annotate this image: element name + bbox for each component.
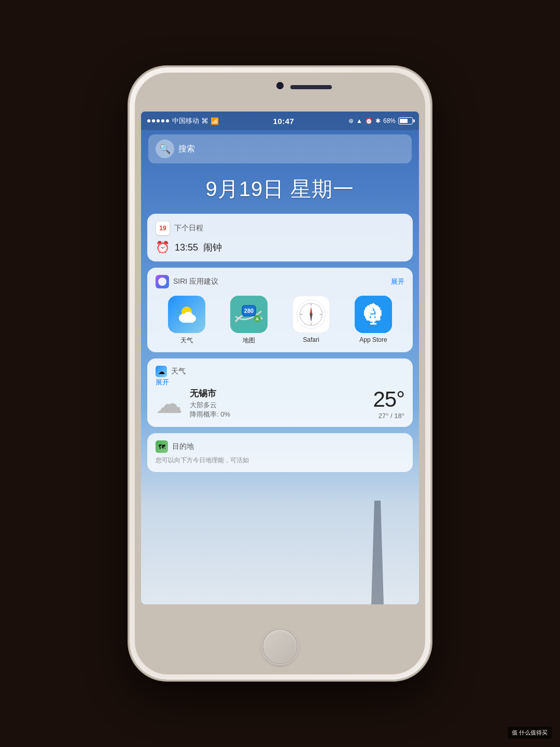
wifi-icon: ⌘ <box>201 117 208 125</box>
weather-rain-chance: 降雨概率: 0% <box>190 410 373 419</box>
weather-temp-range: 27° / 18° <box>373 412 404 420</box>
svg-point-21 <box>310 313 313 316</box>
calendar-date-number: 19 <box>159 225 166 232</box>
siri-app-grid: 天气 <box>156 296 404 345</box>
weather-cloud-icon: ☁ <box>156 388 183 419</box>
calendar-widget-header: 19 下个日程 <box>156 221 404 236</box>
battery-percent: 68% <box>383 117 396 125</box>
alarm-icon: ⏰ <box>156 241 170 254</box>
maps-app-icon: 280 A <box>230 296 268 333</box>
status-left: 中国移动 ⌘ 📶 <box>147 116 219 126</box>
alarm-status-icon: ⏰ <box>365 117 373 125</box>
maps-destination-label: 目的地 <box>172 442 194 451</box>
appstore-app-label: App Store <box>359 336 387 343</box>
phone-body: 中国移动 ⌘ 📶 10:47 ⊕ ▲ ⏰ ✱ 68% 🔍 <box>130 67 430 680</box>
calendar-header-label: 下个日程 <box>174 224 203 233</box>
app-item-appstore[interactable]: 🅐 App Store <box>355 296 392 345</box>
alarm-row: ⏰ 13:55 闹钟 <box>156 241 404 254</box>
svg-text:A: A <box>256 316 259 322</box>
signal-dot-1 <box>147 119 150 122</box>
maps-destination-header: 🗺 目的地 <box>156 440 404 453</box>
weather-widget-label: 天气 <box>171 367 186 376</box>
siri-expand-button[interactable]: 展开 <box>391 277 404 286</box>
signal-dot-5 <box>166 119 169 122</box>
siri-suggestions-widget[interactable]: SIRI 应用建议 展开 <box>147 268 413 352</box>
alarm-time-text: 13:55 闹钟 <box>175 241 222 254</box>
status-time: 10:47 <box>273 117 295 126</box>
status-bar: 中国移动 ⌘ 📶 10:47 ⊕ ▲ ⏰ ✱ 68% <box>141 112 419 130</box>
siri-icon-inner <box>158 278 166 286</box>
weather-widget-icon: ☁ <box>156 366 167 377</box>
weather-current-temp: 25° <box>373 387 404 412</box>
bluetooth-icon: ✱ <box>375 117 381 125</box>
weather-expand-button[interactable]: 展开 <box>156 378 169 386</box>
search-icon: 🔍 <box>159 143 171 155</box>
weather-description: 大部多云 <box>190 400 373 410</box>
safari-app-label: Safari <box>303 336 319 343</box>
search-icon-circle: 🔍 <box>156 140 174 158</box>
battery-icon <box>398 117 413 125</box>
siri-widget-top: SIRI 应用建议 展开 <box>156 275 404 288</box>
front-camera <box>276 82 284 89</box>
screen: 中国移动 ⌘ 📶 10:47 ⊕ ▲ ⏰ ✱ 68% 🔍 <box>141 112 419 604</box>
status-right: ⊕ ▲ ⏰ ✱ 68% <box>348 117 413 125</box>
siri-header-left: SIRI 应用建议 <box>156 275 218 288</box>
wifi-symbol: 📶 <box>211 117 219 125</box>
calendar-widget[interactable]: 19 下个日程 ⏰ 13:55 闹钟 <box>147 214 413 261</box>
date-text: 9月19日 星期一 <box>141 175 419 203</box>
weather-app-icon <box>168 296 205 333</box>
app-item-weather[interactable]: 天气 <box>168 296 205 345</box>
app-item-maps[interactable]: 280 A 地图 <box>230 296 268 345</box>
weather-header-left: ☁ 天气 <box>156 366 404 377</box>
watermark: 值 什么值得买 <box>508 727 552 739</box>
battery-fill <box>400 119 408 123</box>
calendar-icon: 19 <box>156 221 170 236</box>
weather-temp-section: 25° 27° / 18° <box>373 387 404 420</box>
signal-dot-2 <box>152 119 155 122</box>
search-bar[interactable]: 🔍 搜索 <box>148 134 412 163</box>
safari-app-icon <box>292 296 330 333</box>
rotation-lock-icon: ⊕ <box>348 117 354 125</box>
home-button[interactable] <box>262 629 298 664</box>
weather-city: 无锡市 <box>190 388 373 399</box>
maps-destination-widget[interactable]: 🗺 目的地 您可以向下方今日地理能，可活如 <box>147 433 413 472</box>
siri-icon <box>156 275 169 288</box>
weather-widget-top: ☁ 天气 展开 <box>156 366 404 387</box>
weather-app-label: 天气 <box>180 336 193 345</box>
svg-text:280: 280 <box>244 308 254 314</box>
speaker <box>290 85 332 89</box>
signal-dot-3 <box>157 119 160 122</box>
weather-widget[interactable]: ☁ 天气 展开 ☁ 无锡市 大部多云 降雨概率: 0% 25° 27° / 18… <box>147 358 413 427</box>
signal-dots <box>147 119 169 122</box>
appstore-app-icon: 🅐 <box>355 296 392 333</box>
signal-dot-4 <box>161 119 164 122</box>
maps-sub-text: 您可以向下方今日地理能，可活如 <box>156 456 404 465</box>
search-placeholder: 搜索 <box>178 144 195 155</box>
svg-rect-4 <box>181 319 194 323</box>
date-display: 9月19日 星期一 <box>141 168 419 214</box>
maps-app-label: 地图 <box>243 336 255 345</box>
maps-destination-icon: 🗺 <box>156 440 168 453</box>
carrier-name: 中国移动 <box>172 116 199 126</box>
weather-info: 无锡市 大部多云 降雨概率: 0% <box>183 388 373 419</box>
siri-label: SIRI 应用建议 <box>173 277 218 286</box>
battery-bar <box>398 117 413 125</box>
weather-body: ☁ 无锡市 大部多云 降雨概率: 0% 25° 27° / 18° <box>156 387 404 420</box>
location-icon: ▲ <box>356 117 362 125</box>
app-item-safari[interactable]: Safari <box>292 296 330 345</box>
widgets-container: 19 下个日程 ⏰ 13:55 闹钟 <box>141 214 419 472</box>
